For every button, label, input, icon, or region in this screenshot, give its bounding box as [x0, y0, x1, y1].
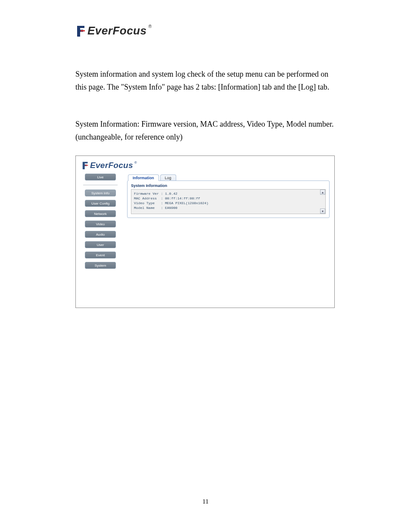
ui-brand-text: EverFocus — [90, 161, 133, 170]
sidebar-item-live[interactable]: Live — [85, 174, 116, 180]
system-info-textarea: Firmware Ver : 1.0.42 MAC Address : 00:f… — [131, 189, 326, 214]
tab-information[interactable]: Information — [128, 174, 159, 181]
system-info-paragraph: System Information: Firmware version, MA… — [75, 118, 336, 143]
sidebar-item-event[interactable]: Event — [85, 252, 116, 258]
sidebar-item-user-config[interactable]: User Config — [85, 200, 116, 207]
sidebar-item-video[interactable]: Video — [85, 221, 116, 227]
sidebar-item-system-info[interactable]: System Info — [85, 190, 116, 196]
sidebar-item-audio[interactable]: Audio — [85, 231, 116, 238]
registered-mark: ® — [148, 24, 151, 29]
ui-registered-mark: ® — [134, 161, 137, 165]
brand-text: EverFocus — [87, 24, 146, 37]
everfocus-logo-icon — [81, 161, 89, 170]
sidebar-item-user[interactable]: User — [85, 241, 116, 248]
sidebar: Live System Info User Config Network Vid… — [81, 174, 120, 303]
sidebar-item-network[interactable]: Network — [85, 210, 116, 217]
tabs: Information Log — [128, 174, 330, 181]
scroll-up-button[interactable]: ▲ — [320, 190, 325, 195]
embedded-ui-screenshot: EverFocus ® Live System Info User Config… — [75, 156, 335, 308]
page-number: 11 — [0, 498, 411, 505]
svg-rect-1 — [85, 165, 88, 166]
ui-header: EverFocus ® — [78, 158, 332, 174]
scroll-down-button[interactable]: ▼ — [320, 208, 325, 214]
sidebar-divider — [83, 185, 118, 185]
content-pane: Information Log System Information Firmw… — [127, 174, 330, 303]
tab-log[interactable]: Log — [160, 174, 176, 181]
system-information-panel: System Information Firmware Ver : 1.0.42… — [127, 180, 330, 218]
page-logo: EverFocus ® — [75, 24, 336, 37]
panel-title: System Information — [131, 184, 326, 188]
svg-rect-0 — [81, 30, 85, 31]
intro-paragraph: System information and system log check … — [75, 68, 336, 93]
everfocus-logo-icon — [75, 25, 87, 37]
sidebar-item-system[interactable]: System — [85, 262, 116, 269]
